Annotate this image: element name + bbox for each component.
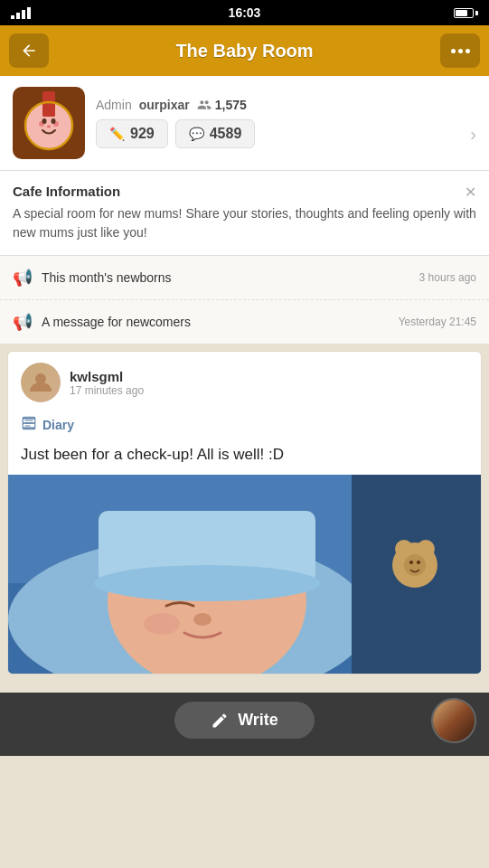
cafe-information-section: Cafe Information A special room for new …	[0, 171, 489, 256]
post-image-svg	[8, 475, 481, 674]
status-bar: 16:03	[0, 0, 489, 25]
people-icon	[197, 98, 212, 112]
diary-icon	[21, 415, 37, 435]
post-header: kwlsgml 17 minutes ago	[8, 352, 481, 410]
notice-list: 📢 This month's newborns 3 hours ago 📢 A …	[0, 256, 489, 344]
post-user-info: kwlsgml 17 minutes ago	[70, 369, 144, 397]
notice-text-2: A message for newcomers	[42, 315, 390, 329]
bottom-bar: Write	[0, 693, 489, 756]
cafe-info-right: Admin ourpixar 1,575 ✏️ 929 💬 4589 ›	[96, 98, 476, 148]
post-time: 17 minutes ago	[70, 384, 144, 397]
notice-item-1[interactable]: 📢 This month's newborns 3 hours ago	[0, 256, 489, 300]
back-button[interactable]	[9, 33, 49, 68]
post-text: Just been for a check-up! All is well! :…	[8, 440, 481, 475]
svg-point-27	[404, 554, 426, 576]
svg-point-5	[42, 118, 47, 124]
cafe-information-title: Cafe Information	[13, 184, 476, 199]
close-info-button[interactable]: ✕	[465, 184, 476, 201]
back-icon	[20, 42, 38, 60]
cafe-avatar	[13, 87, 85, 159]
stats-row: ✏️ 929 💬 4589 ›	[96, 119, 476, 148]
svg-point-29	[417, 561, 420, 564]
svg-point-7	[47, 126, 51, 128]
svg-point-6	[52, 118, 56, 124]
more-button[interactable]	[440, 33, 480, 68]
post-avatar	[21, 363, 61, 402]
write-button[interactable]: Write	[174, 702, 315, 739]
member-count-value: 1,575	[215, 98, 247, 112]
category-label: Diary	[42, 418, 74, 432]
svg-point-21	[193, 613, 212, 626]
status-time: 16:03	[229, 5, 261, 20]
comment-stat-value: 4589	[210, 126, 242, 142]
comment-stat-button[interactable]: 💬 4589	[175, 119, 256, 148]
megaphone-icon-1: 📢	[13, 268, 33, 288]
cafe-logo-icon	[17, 91, 80, 155]
post-card[interactable]: kwlsgml 17 minutes ago Diary Just been f…	[7, 351, 482, 675]
admin-label: Admin	[96, 98, 132, 112]
header: The Baby Room	[0, 25, 489, 76]
write-pencil-icon	[211, 712, 229, 730]
avatar-placeholder-icon	[27, 369, 54, 396]
dot2	[458, 49, 463, 53]
dot1	[451, 49, 456, 53]
svg-point-28	[409, 561, 413, 564]
write-label: Write	[238, 711, 278, 730]
member-count: 1,575	[197, 98, 247, 112]
pencil-icon: ✏️	[109, 127, 125, 141]
notice-time-1: 3 hours ago	[419, 271, 476, 284]
megaphone-icon-2: 📢	[13, 312, 33, 332]
svg-point-22	[144, 613, 180, 635]
comment-icon: 💬	[189, 127, 204, 141]
post-username: kwlsgml	[70, 369, 144, 384]
admin-row: Admin ourpixar 1,575	[96, 98, 476, 112]
header-title: The Baby Room	[175, 41, 313, 61]
list-icon	[21, 415, 37, 431]
battery-icon	[454, 8, 478, 18]
chevron-right-icon: ›	[470, 124, 476, 145]
cafe-header-card: Admin ourpixar 1,575 ✏️ 929 💬 4589 ›	[0, 76, 489, 171]
write-stat-value: 929	[130, 126, 155, 142]
write-stat-button[interactable]: ✏️ 929	[96, 119, 168, 148]
svg-point-26	[417, 540, 435, 558]
notice-text-1: This month's newborns	[42, 270, 410, 285]
post-category-row: Diary	[8, 410, 481, 440]
user-avatar-bottom[interactable]	[431, 698, 476, 743]
svg-point-20	[94, 565, 320, 601]
cafe-information-text: A special room for new mums! Share your …	[13, 204, 476, 242]
admin-name: ourpixar	[139, 98, 190, 112]
dot3	[465, 49, 470, 53]
notice-item-2[interactable]: 📢 A message for newcomers Yesterday 21:4…	[0, 300, 489, 344]
notice-time-2: Yesterday 21:45	[399, 316, 476, 328]
svg-point-25	[395, 540, 413, 558]
signal-icon	[11, 7, 31, 19]
post-image	[8, 475, 481, 674]
